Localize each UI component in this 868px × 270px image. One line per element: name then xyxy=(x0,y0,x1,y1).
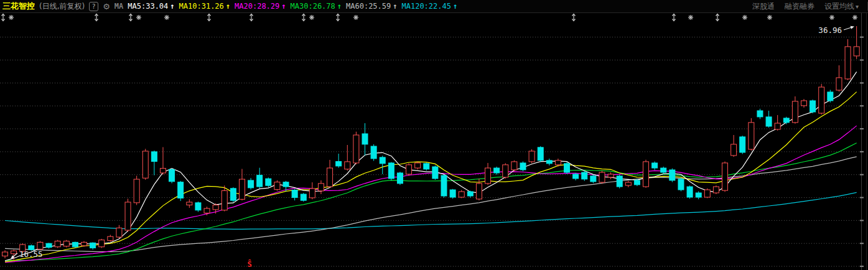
ma5-line xyxy=(5,72,857,261)
updown-event-icon[interactable] xyxy=(302,14,306,21)
candle xyxy=(2,250,8,258)
candle xyxy=(731,135,737,157)
star-event-icon[interactable] xyxy=(164,15,169,20)
updown-event-icon[interactable] xyxy=(2,14,5,21)
candle xyxy=(590,175,596,184)
candle xyxy=(652,162,658,170)
star-event-icon[interactable] xyxy=(688,15,693,20)
candle xyxy=(46,243,52,248)
candles xyxy=(2,26,860,260)
candle xyxy=(160,147,166,175)
updown-event-icon[interactable] xyxy=(208,14,211,21)
help-button[interactable]: ? xyxy=(89,2,98,11)
candle xyxy=(318,180,324,194)
candle xyxy=(169,169,175,184)
candle xyxy=(625,181,631,187)
ma10-up-arrow: ↑ xyxy=(226,2,230,11)
updown-event-icon[interactable] xyxy=(673,14,676,21)
candle xyxy=(327,160,333,188)
candle xyxy=(90,242,96,249)
ma20-up-arrow: ↑ xyxy=(281,2,286,11)
candle xyxy=(116,225,122,238)
candle xyxy=(353,132,359,164)
ma-lines xyxy=(5,72,857,262)
candle xyxy=(687,185,693,198)
updown-event-icon[interactable] xyxy=(250,14,253,21)
candle xyxy=(529,149,534,163)
candle xyxy=(345,145,350,170)
updown-event-icon[interactable] xyxy=(337,14,340,21)
candle xyxy=(397,172,403,185)
shen-gu-tong-button[interactable]: 深股通 xyxy=(752,1,775,12)
star-event-icon[interactable] xyxy=(742,15,747,20)
candle xyxy=(617,175,622,189)
candle xyxy=(459,190,464,198)
candle xyxy=(564,162,570,174)
candle xyxy=(819,84,824,114)
candle xyxy=(854,26,859,59)
candle xyxy=(309,182,315,199)
svg-text:16.55: 16.55 xyxy=(19,249,43,259)
candle xyxy=(99,239,105,248)
margin-trading-button[interactable]: 融资融券 xyxy=(785,1,814,12)
candle xyxy=(371,144,376,161)
ma20-line xyxy=(5,126,857,263)
candle xyxy=(222,185,227,211)
candle xyxy=(72,241,78,248)
candle xyxy=(450,189,455,199)
ma20-legend: MA20:28.29↑ xyxy=(235,2,286,11)
star-event-icon[interactable] xyxy=(852,15,857,20)
star-event-icon[interactable] xyxy=(353,15,358,20)
candle xyxy=(783,117,789,124)
candle xyxy=(485,163,491,185)
candle xyxy=(424,162,429,170)
candle xyxy=(775,115,780,131)
candle xyxy=(134,176,139,205)
star-event-icon[interactable] xyxy=(136,15,141,20)
svg-text:36.96: 36.96 xyxy=(818,26,842,35)
candle xyxy=(836,65,842,91)
candle xyxy=(599,170,605,184)
candle xyxy=(292,189,297,200)
candle xyxy=(670,169,675,182)
ma5-legend: MA5:33.04↑ xyxy=(128,2,174,11)
ma30-line xyxy=(5,143,857,261)
ma60-up-arrow: ↑ xyxy=(393,2,397,11)
ma60-legend: MA60:25.59↑ xyxy=(346,2,397,11)
signal-marker[interactable]: Ŝ xyxy=(247,259,251,269)
candle xyxy=(740,136,745,154)
candlestick-chart[interactable]: 36.9616.55Ŝ xyxy=(0,0,868,270)
candle xyxy=(845,39,851,80)
updown-event-icon[interactable] xyxy=(716,14,719,21)
star-event-icon[interactable] xyxy=(829,15,834,20)
period-label: (日线,前复权) xyxy=(39,1,85,12)
stock-title: 三花智控 xyxy=(2,1,35,12)
ma-settings-button[interactable]: 设置均线▾ xyxy=(824,1,859,12)
candle xyxy=(643,160,649,188)
candle xyxy=(801,99,807,108)
star-event-icon[interactable] xyxy=(309,15,314,20)
candle xyxy=(336,154,342,168)
candle xyxy=(362,123,368,156)
updown-event-icon[interactable] xyxy=(572,14,576,21)
candle xyxy=(195,202,201,212)
star-event-icon[interactable] xyxy=(9,15,14,20)
ma10-legend: MA10:31.26↑ xyxy=(179,2,230,11)
updown-event-icon[interactable] xyxy=(129,14,133,21)
candle xyxy=(828,90,833,102)
event-markers xyxy=(2,14,858,21)
candle xyxy=(301,193,306,202)
candle xyxy=(520,162,526,172)
updown-event-icon[interactable] xyxy=(95,14,98,21)
candle xyxy=(467,191,473,198)
ma10-line xyxy=(5,92,857,262)
candle xyxy=(766,111,772,128)
candle xyxy=(441,175,447,198)
candle xyxy=(678,177,684,191)
ma-indicator-label[interactable]: MA xyxy=(114,2,123,11)
gear-icon[interactable]: ⚙ xyxy=(103,2,110,11)
candle xyxy=(55,240,60,248)
star-event-icon[interactable] xyxy=(767,15,772,20)
ma30-up-arrow: ↑ xyxy=(337,2,342,11)
high-price-annotation: 36.96 xyxy=(818,26,854,35)
